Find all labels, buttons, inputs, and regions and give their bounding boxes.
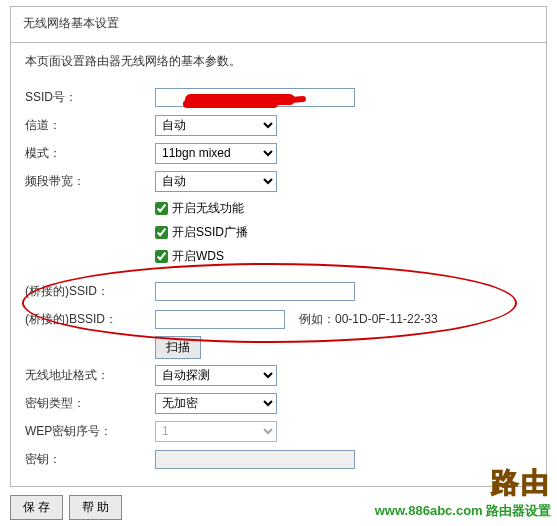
key-input <box>155 450 355 469</box>
watermark-cn: 路由器设置 <box>486 503 551 518</box>
row-mode: 模式： 11bgn mixed <box>25 140 532 166</box>
row-enable-ssid-broadcast: 开启SSID广播 <box>25 220 532 244</box>
wep-index-select: 1 <box>155 421 277 442</box>
row-bridge-bssid: (桥接的)BSSID： 例如：00-1D-0F-11-22-33 <box>25 306 532 332</box>
row-wep-index: WEP密钥序号： 1 <box>25 418 532 444</box>
row-bridge-ssid: (桥接的)SSID： <box>25 278 532 304</box>
row-bandwidth: 频段带宽： 自动 <box>25 168 532 194</box>
bridge-bssid-label: (桥接的)BSSID： <box>25 311 155 328</box>
intro-text: 本页面设置路由器无线网络的基本参数。 <box>25 53 532 70</box>
watermark-url: www.886abc.com <box>375 503 483 518</box>
key-label: 密钥： <box>25 451 155 468</box>
key-type-select[interactable]: 无加密 <box>155 393 277 414</box>
scan-button[interactable]: 扫描 <box>155 336 201 359</box>
annotation-redact-2 <box>183 100 278 108</box>
row-addr-format: 无线地址格式： 自动探测 <box>25 362 532 388</box>
watermark-brand: 路由 <box>375 464 551 502</box>
addr-format-label: 无线地址格式： <box>25 367 155 384</box>
enable-wds-checkbox[interactable] <box>155 250 168 263</box>
key-type-label: 密钥类型： <box>25 395 155 412</box>
enable-ssid-broadcast-label: 开启SSID广播 <box>172 224 248 241</box>
mode-select[interactable]: 11bgn mixed <box>155 143 277 164</box>
panel-title: 无线网络基本设置 <box>11 7 546 43</box>
bridge-ssid-label: (桥接的)SSID： <box>25 283 155 300</box>
enable-wireless-checkbox[interactable] <box>155 202 168 215</box>
channel-label: 信道： <box>25 117 155 134</box>
bridge-bssid-hint: 例如：00-1D-0F-11-22-33 <box>299 311 438 328</box>
row-key-type: 密钥类型： 无加密 <box>25 390 532 416</box>
enable-ssid-broadcast-checkbox[interactable] <box>155 226 168 239</box>
bandwidth-label: 频段带宽： <box>25 173 155 190</box>
row-channel: 信道： 自动 <box>25 112 532 138</box>
help-button[interactable]: 帮 助 <box>69 495 122 520</box>
enable-wds-label: 开启WDS <box>172 248 224 265</box>
row-enable-wireless: 开启无线功能 <box>25 196 532 220</box>
save-button[interactable]: 保 存 <box>10 495 63 520</box>
panel-body: 本页面设置路由器无线网络的基本参数。 SSID号： 信道： 自动 模式： 11b… <box>11 43 546 486</box>
row-scan: 扫描 <box>25 334 532 360</box>
channel-select[interactable]: 自动 <box>155 115 277 136</box>
addr-format-select[interactable]: 自动探测 <box>155 365 277 386</box>
enable-wireless-label: 开启无线功能 <box>172 200 244 217</box>
watermark: 路由 www.886abc.com 路由器设置 <box>375 464 551 520</box>
ssid-label: SSID号： <box>25 89 155 106</box>
wep-index-label: WEP密钥序号： <box>25 423 155 440</box>
wireless-settings-panel: 无线网络基本设置 本页面设置路由器无线网络的基本参数。 SSID号： 信道： 自… <box>10 6 547 487</box>
bandwidth-select[interactable]: 自动 <box>155 171 277 192</box>
row-enable-wds: 开启WDS <box>25 244 532 268</box>
bridge-ssid-input[interactable] <box>155 282 355 301</box>
mode-label: 模式： <box>25 145 155 162</box>
bridge-bssid-input[interactable] <box>155 310 285 329</box>
